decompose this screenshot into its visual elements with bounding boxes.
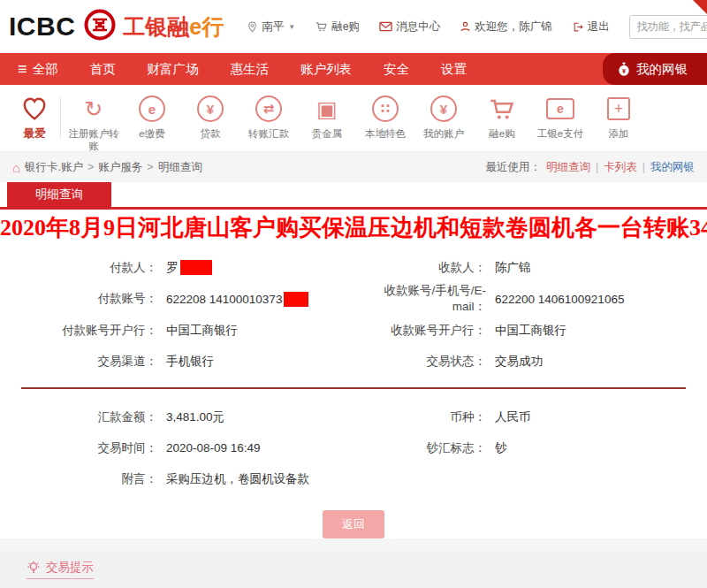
quickbar-label: 融e购: [473, 127, 531, 140]
main-nav: ≡ 全部 首页 财富广场 惠生活 账户列表 安全 设置 ¥ 我的网银: [0, 53, 707, 85]
nav-item-accounts[interactable]: 账户列表: [300, 61, 352, 78]
channel-label: 交易渠道：: [0, 354, 157, 370]
recent-used-label: 最近使用：: [486, 160, 542, 175]
home-icon: ⌂: [12, 160, 20, 175]
header-cart-label: 融e购: [331, 19, 360, 34]
divider: [60, 96, 61, 139]
section-divider: [21, 387, 686, 389]
quickbar-item-register-transfer[interactable]: ↻ 注册账户转账: [65, 93, 123, 152]
breadcrumb-item-detail-query: 明细查询: [158, 160, 202, 175]
header-cart-link[interactable]: 融e购: [315, 19, 360, 34]
payee-label: 收款人：: [354, 260, 486, 276]
quickbar-label: 注册账户转账: [65, 127, 123, 152]
loan-bag-icon: ¥: [197, 95, 224, 122]
messages-link[interactable]: 消息中心: [379, 19, 440, 34]
quickbar-item-local-feature[interactable]: ∷ 本地特色: [356, 93, 414, 140]
recent-used: 最近使用： 明细查询 | 卡列表 | 我的网银: [486, 160, 696, 175]
logout-button[interactable]: 退出: [572, 19, 610, 34]
nav-item-life[interactable]: 惠生活: [231, 61, 270, 78]
time-label: 交易时间：: [0, 440, 157, 456]
search-box: [629, 15, 707, 39]
quick-icon-bar: 最爱 ↻ 注册账户转账 e e缴费 ¥ 贷款 ⇄ 转账汇款 ▣ 贵金属 ∷ 本地…: [0, 85, 707, 152]
cart-icon: [488, 96, 516, 121]
tips-title-label: 交易提示: [46, 560, 94, 576]
logout-icon: [572, 21, 584, 33]
redaction-block: [180, 260, 212, 275]
location-selector[interactable]: 南平 ▼: [247, 19, 295, 34]
annotation-headline: 2020年8月9日河北唐山客户购买保温压边机和短款卷圆机各一台转账3481元至工…: [0, 213, 707, 243]
corner-fold-decoration: [693, 0, 707, 14]
payer-bank-value: 中国工商银行: [166, 323, 238, 339]
cash-flag-value: 钞: [495, 440, 507, 456]
nav-mybank[interactable]: ¥ 我的网银: [603, 53, 707, 85]
form-row: 付款账号： 622208 14100010373 收款账号/手机号/E-mail…: [0, 283, 707, 315]
payee-bank-label: 收款账号开户行：: [354, 323, 486, 339]
nav-item-home[interactable]: 首页: [90, 61, 116, 78]
tab-row: 明细查询: [0, 182, 707, 210]
quickbar-item-precious-metal[interactable]: ▣ 贵金属: [298, 93, 356, 140]
header-right: 南平 ▼ 融e购 消息中心 欢迎您，陈广锦 退出: [247, 15, 707, 39]
top-header: ICBC 工银融e行 南平 ▼ 融e购 消息中心 欢迎您，陈广锦 退出: [0, 0, 707, 53]
welcome-user[interactable]: 欢迎您，陈广锦: [460, 19, 552, 34]
chevron-down-icon: ▼: [288, 23, 295, 31]
brand-title-red: 工银融: [123, 14, 189, 39]
breadcrumb-separator: >: [87, 161, 94, 173]
heart-icon: [21, 96, 48, 121]
money-bag-icon: ¥: [617, 61, 631, 77]
user-icon: [460, 20, 471, 33]
amount-value: 3,481.00元: [166, 409, 224, 425]
breadcrumb-bar: ⌂ 银行卡.账户 > 账户服务 > 明细查询 最近使用： 明细查询 | 卡列表 …: [0, 152, 707, 182]
location-pin-icon: [247, 20, 258, 34]
quickbar-label: 贷款: [181, 127, 239, 140]
menu-icon: ≡: [18, 61, 27, 77]
recent-link-detail-query[interactable]: 明细查询: [546, 160, 590, 175]
payer-account-value: 622208 14100010373: [166, 292, 308, 307]
recent-link-card-list[interactable]: 卡列表: [604, 160, 637, 175]
breadcrumb-item-bankcard[interactable]: 银行卡.账户: [25, 160, 83, 175]
form-row: 交易渠道： 手机银行 交易状态： 交易成功: [0, 346, 707, 377]
lightbulb-icon: [27, 561, 41, 576]
remark-label: 附言：: [0, 471, 157, 487]
epay-drop-icon: e: [139, 95, 165, 122]
breadcrumb-item-account-service[interactable]: 账户服务: [98, 160, 142, 175]
quickbar-label: 添加: [589, 127, 648, 140]
brand-title-orange: e行: [189, 14, 224, 39]
payee-account-label: 收款账号/手机号/E-mail：: [354, 283, 486, 315]
back-button[interactable]: 返回: [323, 510, 384, 538]
nav-item-wealth[interactable]: 财富广场: [148, 61, 199, 78]
currency-label: 币种：: [354, 409, 486, 425]
precious-metal-icon: ▣: [316, 98, 338, 120]
recent-link-mybank[interactable]: 我的网银: [650, 160, 695, 175]
cash-flag-label: 钞汇标志：: [354, 440, 486, 456]
quickbar-item-my-account[interactable]: ¥ 我的账户: [414, 93, 473, 140]
status-value: 交易成功: [495, 354, 543, 370]
search-input[interactable]: [629, 15, 707, 39]
tips-title: 交易提示: [27, 560, 94, 579]
transaction-tips: 交易提示 1、您可以将查询结果下载，并保存到文本或电子表格文件中。 2、本功能只…: [0, 551, 707, 588]
mybank-label: 我的网银: [636, 61, 688, 78]
logout-label: 退出: [588, 19, 610, 34]
quickbar-item-rongegou[interactable]: 融e购: [473, 93, 531, 140]
nav-item-security[interactable]: 安全: [384, 61, 409, 78]
quickbar-item-add[interactable]: + 添加: [589, 93, 648, 140]
nav-item-all[interactable]: ≡ 全部: [18, 61, 58, 78]
transaction-detail-form: 付款人： 罗 收款人： 陈广锦 付款账号： 622208 14100010373…: [0, 243, 707, 494]
quickbar-item-transfer-remit[interactable]: ⇄ 转账汇款: [239, 93, 298, 140]
payee-value: 陈广锦: [495, 260, 531, 276]
quickbar-item-epay[interactable]: e 工银e支付: [531, 93, 589, 140]
status-label: 交易状态：: [354, 354, 486, 370]
divider: |: [596, 161, 598, 173]
welcome-label: 欢迎您，陈广锦: [475, 19, 552, 34]
quickbar-item-favorites[interactable]: 最爱: [9, 93, 60, 140]
form-row: 付款账号开户行： 中国工商银行 收款账号开户行： 中国工商银行: [0, 315, 707, 346]
payer-label: 付款人：: [0, 260, 157, 276]
icbc-logo-icon: [84, 9, 116, 44]
tab-detail-query[interactable]: 明细查询: [7, 182, 111, 207]
quickbar-label: 工银e支付: [531, 127, 589, 140]
icbc-logo-text: ICBC: [9, 11, 75, 42]
nav-item-settings[interactable]: 设置: [441, 61, 467, 78]
redaction-block: [284, 292, 308, 307]
quickbar-item-loan[interactable]: ¥ 贷款: [181, 93, 239, 140]
quickbar-item-epay-fee[interactable]: e e缴费: [123, 93, 181, 140]
quickbar-label: 贵金属: [298, 127, 356, 140]
